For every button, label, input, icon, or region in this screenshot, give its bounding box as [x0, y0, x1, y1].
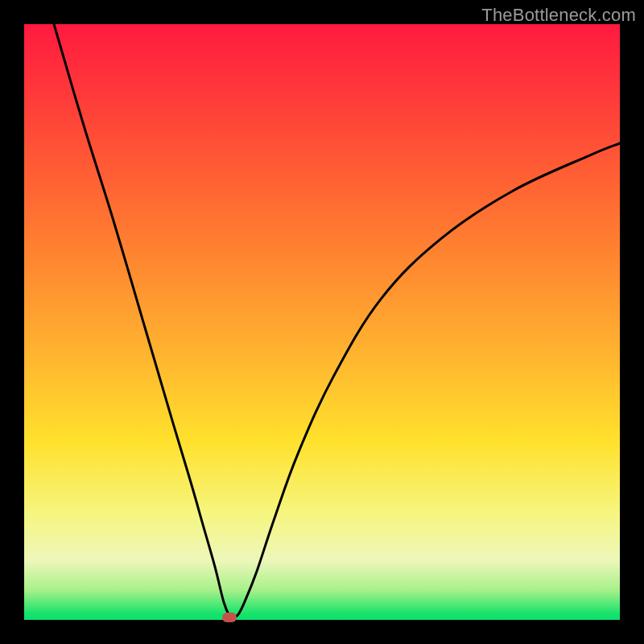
plot-area: [24, 24, 620, 620]
optimal-point-marker: [222, 613, 237, 622]
chart-frame: TheBottleneck.com: [0, 0, 644, 644]
curve-layer: [24, 24, 620, 620]
bottleneck-curve: [54, 24, 620, 619]
watermark-text: TheBottleneck.com: [481, 5, 636, 26]
